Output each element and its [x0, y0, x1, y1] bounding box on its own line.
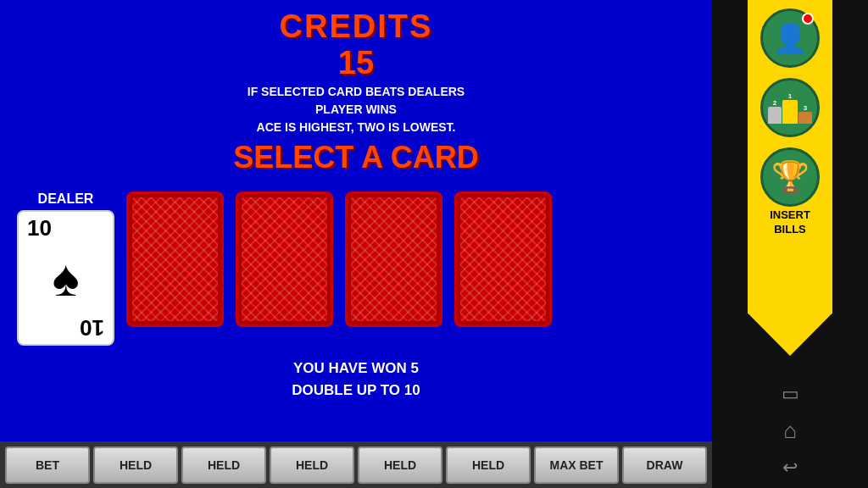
dealer-card-value-bottom: 10 — [80, 317, 104, 339]
instruction-line2: PLAYER WINS — [0, 101, 712, 119]
person-icon: 👤 — [772, 21, 808, 55]
credits-value: 15 — [0, 45, 712, 81]
dealer-label: DEALER — [38, 191, 94, 207]
bottom-buttons: BET HELD HELD HELD HELD HELD MAX BET DRA… — [0, 441, 712, 488]
podium-2nd: 2 — [768, 99, 782, 124]
player-card-4[interactable] — [454, 191, 552, 327]
android-buttons: ▭ ⌂ ↩ — [782, 373, 799, 488]
win-info: YOU HAVE WON 5 DOUBLE UP TO 10 — [292, 358, 420, 401]
card-pattern-3 — [348, 194, 440, 324]
instructions: IF SELECTED CARD BEATS DEALERS PLAYER WI… — [0, 83, 712, 136]
player-card-1[interactable] — [126, 191, 224, 327]
draw-button[interactable]: DRAW — [622, 446, 707, 484]
player-cards — [126, 191, 695, 327]
player-card-2[interactable] — [236, 191, 333, 327]
player-card-3[interactable] — [345, 191, 442, 327]
insert-bills-label: INSERTBILLS — [770, 208, 810, 237]
card-pattern-1 — [129, 194, 221, 324]
held-button-5[interactable]: HELD — [446, 446, 531, 484]
card-pattern-4 — [457, 194, 549, 324]
instruction-line3: ACE IS HIGHEST, TWO IS LOWEST. — [0, 119, 712, 136]
notification-dot — [802, 13, 814, 25]
select-card-text: SELECT A CARD — [0, 140, 712, 175]
leaderboard-icon: 2 1 3 — [768, 92, 812, 124]
card-pattern-2 — [238, 194, 331, 324]
card-area: DEALER 10 ♠ 10 — [0, 183, 712, 354]
held-button-4[interactable]: HELD — [358, 446, 442, 484]
dealer-card-value-top: 10 — [27, 217, 52, 239]
podium-3rd: 3 — [798, 104, 812, 124]
podium-1st: 1 — [782, 92, 798, 124]
dealer-card: 10 ♠ 10 — [17, 210, 114, 346]
back-button[interactable]: ↩ — [782, 457, 798, 479]
right-sidebar: 👤 2 1 3 — [712, 0, 868, 488]
leaderboard-icon-button[interactable]: 2 1 3 — [760, 78, 820, 137]
trophy-icon: 🏆 — [771, 159, 810, 195]
held-button-3[interactable]: HELD — [270, 446, 354, 484]
trophy-icon-button[interactable]: 🏆 — [760, 147, 820, 207]
game-area: CREDITS 15 IF SELECTED CARD BEATS DEALER… — [0, 0, 712, 488]
podium: 2 1 3 — [768, 92, 812, 124]
home-button[interactable]: ⌂ — [783, 418, 797, 444]
win-line2: DOUBLE UP TO 10 — [292, 380, 420, 402]
win-line1: YOU HAVE WON 5 — [292, 358, 420, 380]
yellow-panel: 👤 2 1 3 — [748, 0, 832, 356]
dealer-card-suit: ♠ — [53, 249, 80, 308]
bet-button[interactable]: BET — [5, 446, 90, 484]
max-bet-button[interactable]: MAX BET — [534, 446, 619, 484]
recent-apps-button[interactable]: ▭ — [782, 383, 799, 405]
held-button-1[interactable]: HELD — [93, 446, 178, 484]
held-button-2[interactable]: HELD — [181, 446, 266, 484]
header: CREDITS 15 IF SELECTED CARD BEATS DEALER… — [0, 0, 712, 183]
profile-icon-button[interactable]: 👤 — [760, 8, 820, 68]
credits-label: CREDITS — [0, 8, 712, 45]
dealer-section: DEALER 10 ♠ 10 — [17, 191, 114, 346]
instruction-line1: IF SELECTED CARD BEATS DEALERS — [0, 83, 712, 101]
